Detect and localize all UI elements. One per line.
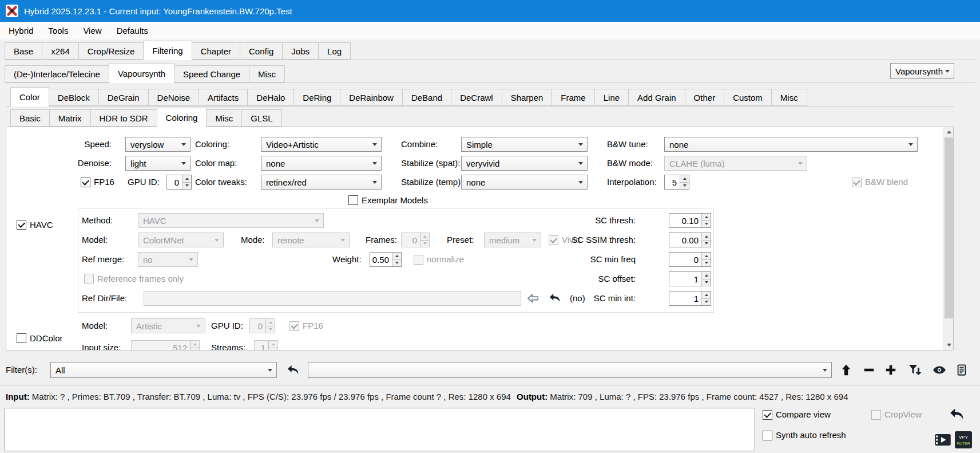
havc-ref-dir-undo-button[interactable] xyxy=(547,291,564,306)
cat-tab-other[interactable]: Other xyxy=(685,89,725,106)
sc-offset-spinner[interactable]: 1 xyxy=(669,271,711,286)
spin-down-icon[interactable] xyxy=(702,260,711,267)
sc-thresh-spinner[interactable]: 0.10 xyxy=(669,213,711,228)
cat-tab-misc[interactable]: Misc xyxy=(771,89,807,106)
cat-tab-deband[interactable]: DeBand xyxy=(402,89,451,106)
menu-defaults[interactable]: Defaults xyxy=(109,22,156,40)
stabilize-spat-select[interactable]: veryvivid xyxy=(461,156,588,171)
content-scrollbar[interactable] xyxy=(943,127,953,350)
cat-tab-derainbow[interactable]: DeRainbow xyxy=(340,89,403,106)
scroll-up-button[interactable] xyxy=(944,127,954,137)
havc-weight-spinner[interactable]: 0.50 xyxy=(370,252,402,267)
color-tab-basic[interactable]: Basic xyxy=(10,109,50,127)
spin-down-icon[interactable] xyxy=(702,279,711,286)
cat-tab-denoise[interactable]: DeNoise xyxy=(148,89,200,106)
spin-down-icon[interactable] xyxy=(680,183,689,190)
denoise-select[interactable]: light xyxy=(125,156,191,171)
menu-tools[interactable]: Tools xyxy=(41,22,76,40)
vfw-preview-button[interactable] xyxy=(934,431,952,449)
stabilize-temp-select[interactable]: none xyxy=(461,175,588,190)
speed-select[interactable]: veryslow xyxy=(125,137,191,152)
filter-remove-button[interactable] xyxy=(862,363,876,377)
spin-up-icon[interactable] xyxy=(702,292,711,299)
compare-view-checkbox[interactable] xyxy=(763,410,772,420)
cat-tab-decrawl[interactable]: DeCrawl xyxy=(451,89,502,106)
color-tab-misc[interactable]: Misc xyxy=(206,109,242,127)
color-tweaks-select[interactable]: retinex/red xyxy=(261,175,382,190)
cat-tab-frame[interactable]: Frame xyxy=(552,89,594,106)
undo-view-button[interactable] xyxy=(947,405,968,424)
color-map-select[interactable]: none xyxy=(261,156,382,171)
tab-base[interactable]: Base xyxy=(5,42,42,60)
tab-x264[interactable]: x264 xyxy=(42,42,79,60)
cat-tab-line[interactable]: Line xyxy=(594,89,629,106)
gpu-id-spinner[interactable]: 0 xyxy=(166,175,192,190)
menu-hybrid[interactable]: Hybrid xyxy=(1,22,41,40)
spin-up-icon[interactable] xyxy=(182,175,191,183)
havc-checkbox[interactable] xyxy=(17,220,26,230)
cat-tab-artifacts[interactable]: Artifacts xyxy=(199,89,248,106)
cat-tab-custom[interactable]: Custom xyxy=(724,89,772,106)
tab-filtering[interactable]: Filtering xyxy=(143,41,192,60)
cat-tab-dehalo[interactable]: DeHalo xyxy=(247,89,294,106)
coloring-select[interactable]: Video+Artistic xyxy=(261,137,382,152)
spin-up-icon[interactable] xyxy=(702,214,711,221)
tab-config[interactable]: Config xyxy=(240,42,283,60)
color-tab-glsl[interactable]: GLSL xyxy=(241,109,281,127)
interpolation-value: 5 xyxy=(665,175,680,189)
vpy-filter-button[interactable]: VPYFILTER xyxy=(954,431,973,449)
exemplar-models-checkbox[interactable] xyxy=(348,195,358,205)
spin-down-icon[interactable] xyxy=(182,183,191,190)
fp16-checkbox[interactable] xyxy=(81,178,90,187)
spin-up-icon[interactable] xyxy=(702,233,711,241)
filter-custom-select[interactable] xyxy=(308,362,832,378)
color-tab-coloring[interactable]: Coloring xyxy=(157,108,207,127)
color-tab-matrix[interactable]: Matrix xyxy=(49,109,91,127)
sc-ssim-spinner[interactable]: 0.00 xyxy=(669,233,711,247)
spin-down-icon[interactable] xyxy=(392,260,401,267)
vs-tab-speed-change[interactable]: Speed Change xyxy=(174,65,249,82)
spin-up-icon[interactable] xyxy=(702,253,711,260)
color-tab-hdr-to-sdr[interactable]: HDR to SDR xyxy=(90,109,157,127)
cat-tab-degrain[interactable]: DeGrain xyxy=(98,89,149,106)
sc-min-freq-spinner[interactable]: 0 xyxy=(669,252,711,267)
tab-jobs[interactable]: Jobs xyxy=(282,42,319,60)
sc-min-int-spinner[interactable]: 1 xyxy=(669,291,711,306)
spin-up-icon[interactable] xyxy=(702,272,711,279)
menu-view[interactable]: View xyxy=(76,22,109,40)
ddcolor-checkbox[interactable] xyxy=(17,333,26,343)
spin-up-icon[interactable] xyxy=(392,253,401,260)
cat-tab-add-grain[interactable]: Add Grain xyxy=(628,89,685,106)
scroll-down-button[interactable] xyxy=(944,340,954,350)
bw-tune-select[interactable]: none xyxy=(664,137,918,152)
vs-tab-misc[interactable]: Misc xyxy=(249,65,285,82)
synth-auto-refresh-checkbox[interactable] xyxy=(763,431,772,440)
spin-up-icon[interactable] xyxy=(680,175,689,183)
spin-down-icon[interactable] xyxy=(702,299,711,306)
filter-engine-select[interactable]: Vapoursynth xyxy=(890,63,954,79)
spin-down-icon[interactable] xyxy=(702,221,711,228)
tab-chapter[interactable]: Chapter xyxy=(192,42,240,60)
vs-tab-vapoursynth[interactable]: Vapoursynth xyxy=(109,64,174,83)
cat-tab-deblock[interactable]: DeBlock xyxy=(49,89,99,106)
havc-ref-dir-browse-button[interactable] xyxy=(524,291,542,306)
cat-tab-color[interactable]: Color xyxy=(10,87,49,107)
vs-tab-deinterlace[interactable]: (De-)Interlace/Telecine xyxy=(5,65,109,82)
filter-order-button[interactable] xyxy=(906,363,923,377)
filter-scope-select[interactable]: All xyxy=(50,362,277,378)
filter-move-up-button[interactable] xyxy=(839,363,854,377)
interpolation-spinner[interactable]: 5 xyxy=(664,175,689,190)
filter-reset-button[interactable] xyxy=(285,363,302,378)
filter-preview-button[interactable] xyxy=(931,363,947,377)
tab-crop-resize[interactable]: Crop/Resize xyxy=(78,42,144,60)
tab-log[interactable]: Log xyxy=(318,42,351,60)
filter-add-button[interactable] xyxy=(883,363,898,377)
combine-select[interactable]: Simple xyxy=(461,137,588,152)
cat-tab-dering[interactable]: DeRing xyxy=(293,89,340,106)
cat-tab-sharpen[interactable]: Sharpen xyxy=(502,89,553,106)
filter-script-button[interactable] xyxy=(954,363,969,377)
info-text-area[interactable] xyxy=(5,408,755,451)
scrollbar-thumb[interactable] xyxy=(945,137,953,318)
havc-ref-dir-input[interactable] xyxy=(144,291,521,306)
spin-down-icon[interactable] xyxy=(702,241,711,247)
